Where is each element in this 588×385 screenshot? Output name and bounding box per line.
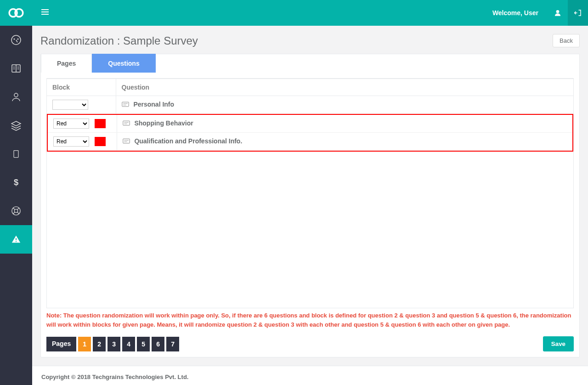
color-swatch-red [95,137,106,146]
block-select-1[interactable]: Red [53,119,89,129]
user-icon [11,91,22,102]
svg-rect-27 [122,102,128,107]
question-text: Shopping Behavior [134,119,193,127]
pager-label: Pages [46,337,76,351]
profile-button[interactable] [548,0,568,26]
user-icon [554,9,561,17]
nav-device[interactable] [0,140,32,168]
lifebuoy-icon [11,206,21,216]
question-icon [122,101,129,109]
logout-button[interactable] [568,0,588,26]
nav-layers[interactable] [0,111,32,140]
back-button[interactable]: Back [553,34,580,47]
svg-point-4 [17,39,19,40]
pager-page-1[interactable]: 1 [78,337,91,351]
th-block: Block [47,79,116,96]
note-text: Note: The question randomization will wo… [46,311,574,329]
logo[interactable] [0,0,32,26]
tablet-icon [11,149,21,159]
save-button[interactable]: Save [543,336,574,351]
table-row: Red Shopping Behavior [48,115,572,133]
nav-support[interactable] [0,197,32,225]
svg-rect-13 [14,151,18,158]
book-icon [11,63,22,74]
nav-users[interactable] [0,83,32,111]
nav-dashboard[interactable] [0,26,32,54]
svg-text:$: $ [14,177,18,187]
sidebar: $ [0,0,32,385]
question-icon [123,120,130,128]
svg-rect-30 [123,121,129,125]
dollar-icon: $ [11,177,21,187]
svg-rect-33 [123,139,129,143]
svg-line-20 [17,208,19,210]
svg-line-19 [13,212,15,214]
svg-point-3 [14,39,15,40]
welcome-text: Welcome, User [492,9,538,17]
footer-text: Copyright © 2018 Techgrains Technologies… [32,366,588,385]
svg-point-11 [14,93,18,97]
logout-icon [574,9,582,17]
tab-questions[interactable]: Questions [92,54,155,73]
th-question: Question [116,79,573,96]
pager-page-6[interactable]: 6 [152,337,164,351]
question-text: Personal Info [133,101,174,108]
pager-page-5[interactable]: 5 [137,337,150,351]
logo-icon [8,7,24,18]
dashboard-icon [11,34,22,45]
pager-page-4[interactable]: 4 [122,337,135,351]
page-title: Randomization : Sample Survey [40,34,198,47]
alert-icon [11,234,21,244]
highlighted-rows: Red Shopping Behavior [47,114,573,152]
nav-pages[interactable] [0,54,32,83]
block-select-2[interactable]: Red [53,136,89,147]
pager: Pages 1 2 3 4 5 6 7 [46,337,179,351]
svg-line-17 [13,208,15,210]
svg-point-26 [556,10,560,13]
pager-page-2[interactable]: 2 [93,337,106,351]
svg-line-18 [17,212,19,214]
block-select-0[interactable] [52,100,88,110]
svg-point-16 [14,209,17,212]
question-icon [123,138,130,146]
color-swatch-red [95,119,106,128]
pager-page-7[interactable]: 7 [166,337,179,351]
layers-icon [11,120,22,131]
table-row: Red Qualification and Professional [48,133,572,151]
table-row: Personal Info [47,96,573,114]
svg-point-22 [16,241,17,242]
question-text: Qualification and Professional Info. [134,137,242,145]
tab-pages[interactable]: Pages [41,54,92,73]
topbar: Welcome, User [32,0,588,26]
svg-marker-12 [11,121,21,126]
hamburger-icon [41,9,49,15]
nav-alerts[interactable] [0,225,32,254]
menu-toggle[interactable] [41,9,49,17]
nav-billing[interactable]: $ [0,168,32,197]
pager-page-3[interactable]: 3 [107,337,120,351]
